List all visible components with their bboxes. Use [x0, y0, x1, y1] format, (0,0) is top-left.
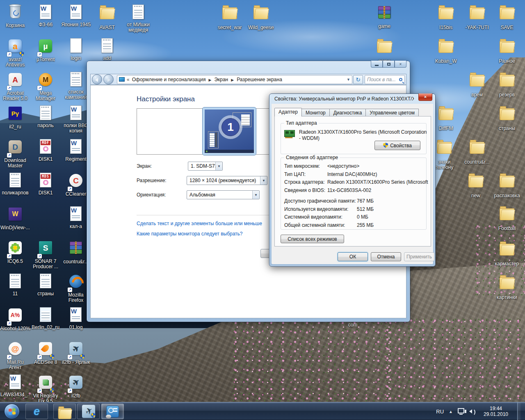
address-dropdown-icon[interactable]: ▼ [344, 78, 350, 82]
desktop-icon-vit[interactable]: ↗Vit Registry Fix 9.5 [30, 373, 61, 404]
desktop-icon-disc[interactable]: MDFDISK1 [30, 138, 61, 162]
breadcrumb-item[interactable]: Экран [214, 77, 228, 82]
search-box[interactable]: Поиск в па... [365, 75, 405, 84]
desktop-icon-word[interactable]: ФЗ-66 [30, 3, 61, 27]
taskbar-button-screen-resolution[interactable] [101, 404, 124, 419]
breadcrumb-overflow-chevron[interactable]: « [127, 77, 130, 82]
desktop-icon-acdsee[interactable]: ↗ACDSee 8 [30, 340, 61, 365]
icon-graphic [68, 38, 84, 55]
desktop-icon-notepad[interactable]: Berlin_02_ru [30, 306, 61, 330]
breadcrumb-item[interactable]: Оформление и персонализация [132, 77, 206, 82]
desktop-icon-rar[interactable]: game [369, 3, 399, 29]
desktop-icon-il2fb[interactable]: ✈↗il2fb [61, 373, 91, 399]
cancel-button[interactable]: Отмена [371, 252, 401, 261]
resolution-dropdown[interactable]: 525 × 420 (рекомендуется)▼ [187, 176, 267, 185]
desktop-icon-mailru[interactable]: @↗Mail.Ru Агент [0, 340, 30, 370]
ok-button[interactable]: ОК [338, 252, 368, 261]
desktop-icon-folder[interactable]: Football [492, 204, 522, 231]
desktop-icon-folder[interactable]: врем [462, 71, 492, 98]
app-icon: Pγ [9, 107, 22, 120]
desktop-icon-folder[interactable]: страны [492, 104, 522, 131]
network-icon[interactable] [458, 408, 464, 413]
desktop-icon-utorrent[interactable]: µ↗µTorrent [30, 37, 61, 62]
desktop-icon-folder[interactable]: game [369, 37, 399, 64]
desktop-icon-folder[interactable]: AVAST [92, 3, 122, 30]
tab-diagnostics[interactable]: Диагностика [330, 109, 366, 116]
tab-monitor[interactable]: Монитор [302, 109, 330, 116]
dialog-close-button[interactable]: × [418, 94, 432, 101]
address-bar[interactable]: « Оформление и персонализация▶Экран▶Разр… [117, 75, 352, 84]
desktop-icon-word[interactable]: LAW83434_... [0, 373, 30, 403]
desktop-icon-folder[interactable]: резерв [492, 71, 522, 98]
desktop-icon-text[interactable]: страны [30, 272, 61, 297]
desktop-icon-windjview[interactable]: WWinDjView-... [0, 205, 30, 231]
monitor-thumbnail[interactable]: 1 [203, 107, 256, 155]
app-icon [39, 376, 52, 389]
screen-dropdown[interactable]: 1. SDM-S73▼ [188, 162, 223, 171]
desktop-icon-il2ru[interactable]: Pγil2_ru [0, 104, 30, 130]
desktop-icon-folder[interactable]: -YAK-7UTI [462, 3, 492, 30]
icon-graphic [68, 139, 84, 156]
desktop-icon-text[interactable]: от МИшки медведя [123, 3, 153, 33]
desktop-icon-acrobat[interactable]: A↗Acrobat Reader 5.0 [0, 71, 30, 101]
desktop-icon-folder[interactable]: Wild_geese [246, 3, 276, 30]
desktop-icon-disc[interactable]: MDSDISK1 [30, 171, 61, 196]
desktop-icon-folder[interactable]: картинки [492, 273, 522, 300]
minimize-button[interactable] [371, 61, 383, 68]
desktop-icon-folder[interactable]: new [461, 171, 491, 199]
link-make-text-bigger[interactable]: Сделать текст и другие элементы больше и… [137, 221, 262, 226]
desktop-icon-folder[interactable]: кармастер [492, 240, 522, 267]
taskbar-button-windows-explorer[interactable] [53, 404, 76, 419]
show-desktop-button[interactable] [517, 402, 521, 420]
language-indicator[interactable]: RU [436, 409, 444, 415]
shortcut-arrow-icon: ↗ [7, 321, 11, 326]
desktop-icon-label: кармастер [492, 261, 522, 267]
close-button[interactable]: × [395, 61, 406, 68]
list-all-modes-button[interactable]: Список всех режимов [281, 235, 344, 243]
desktop-icon-text[interactable]: пароль [30, 104, 61, 128]
desktop-icon-avast[interactable]: a↗avast! Antivirus [0, 37, 30, 68]
desktop-icon-word[interactable]: Япония 1945 [61, 3, 91, 27]
breadcrumb-item[interactable]: Разрешение экрана [237, 77, 282, 82]
desktop-icon-folder[interactable]: Разное [492, 37, 522, 64]
tab-adapter[interactable]: Адаптер [274, 108, 302, 116]
desktop-icon-folder[interactable]: secret_war [215, 3, 245, 30]
desktop-icon-alcohol[interactable]: A%↗Alcohol 120% [0, 306, 30, 331]
desktop-icon-dm[interactable]: D↗Download Master [0, 138, 30, 169]
desktop-icon-folder[interactable]: countru&r... [462, 138, 492, 165]
desktop-icon-sonar[interactable]: S↗SONAR 7 Producer ... [30, 239, 61, 269]
shortcut-arrow-icon: ↗ [37, 254, 42, 258]
app-icon: A% [9, 308, 22, 322]
taskbar-button-il2-sturmovik[interactable]: ✈ [77, 404, 100, 419]
desktop-icon-folder[interactable]: SAVE [492, 3, 522, 30]
show-hidden-icons-icon[interactable]: ▲ [449, 409, 453, 414]
back-button[interactable] [92, 74, 102, 84]
desktop-icon-folder[interactable]: Kuban_W [431, 37, 461, 64]
desktop-icon-text[interactable]: add [92, 37, 122, 61]
desktop-icon-text[interactable]: поликарпов [0, 171, 30, 196]
volume-icon[interactable] [469, 409, 472, 413]
desktop-icon-folder[interactable]: распаковка [492, 171, 522, 199]
icon-graphic [99, 7, 115, 25]
desktop-icon-bin[interactable]: Корзина [0, 3, 30, 28]
shortcut-arrow-icon: ↗ [37, 355, 42, 359]
clock[interactable]: 19:44 29.01.2010 [479, 406, 512, 417]
link-which-display-settings[interactable]: Какие параметры монитора следует выбрать… [137, 231, 243, 237]
apply-button[interactable]: Применить [404, 252, 434, 261]
desktop-icon-il2fb[interactable]: ✈↗il2fb - Ярлык [61, 340, 91, 365]
desktop-icon-text[interactable]: 11 [0, 272, 30, 297]
start-orb[interactable] [4, 404, 20, 419]
forward-button[interactable] [103, 74, 114, 84]
desktop-icon-folder[interactable]: I15bis [431, 3, 461, 30]
refresh-button[interactable]: ↻ [353, 75, 363, 84]
desktop-icon-icq[interactable]: ↗ICQ6.5 [0, 239, 30, 264]
desktop-icon-mega[interactable]: M↗Mega Manager [30, 71, 61, 101]
icon-graphic [469, 142, 485, 159]
desktop-icon-page[interactable]: login [61, 37, 91, 61]
desktop-icon-label-partial[interactable]: com [340, 322, 366, 328]
orientation-dropdown[interactable]: Альбомная▼ [187, 190, 260, 199]
maximize-button[interactable] [383, 61, 395, 68]
taskbar-button-internet-explorer[interactable]: e [25, 404, 48, 419]
tab-color-management[interactable]: Управление цветом [366, 109, 419, 116]
adapter-properties-button[interactable]: Свойства [374, 141, 420, 150]
